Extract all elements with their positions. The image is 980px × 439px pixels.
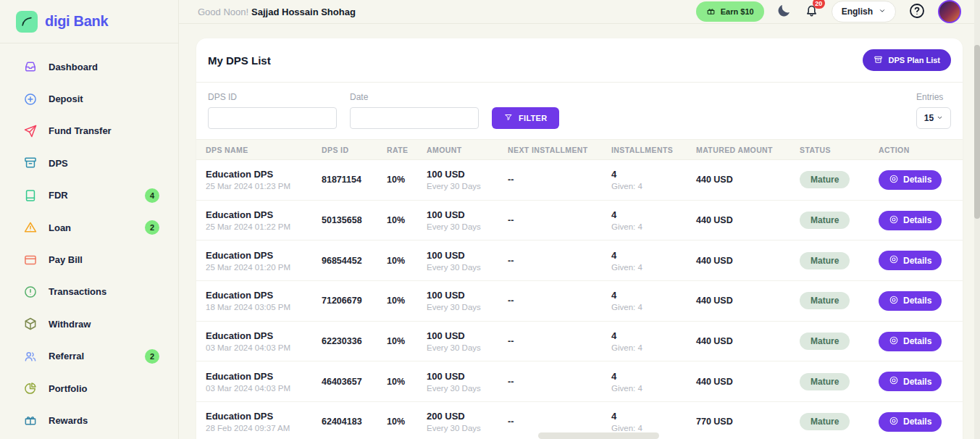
- plus-circle-icon: [23, 92, 38, 106]
- greeting-text: Good Noon!Sajjad Hossain Shohag: [198, 7, 356, 17]
- details-button[interactable]: Details: [879, 211, 942, 230]
- sidebar-item-label: Deposit: [49, 93, 83, 104]
- rate-cell: 10%: [387, 336, 427, 346]
- logo-chart-icon: [16, 11, 38, 33]
- eye-icon: [889, 416, 899, 428]
- dps-id-cell: 50135658: [322, 215, 387, 225]
- dps-plan-list-button[interactable]: DPS Plan List: [863, 49, 951, 71]
- dps-id-cell: 71206679: [322, 296, 387, 306]
- amount-value: 100 USD: [427, 371, 508, 382]
- sidebar-item-withdraw[interactable]: Withdraw: [0, 308, 178, 340]
- sidebar-item-rewards[interactable]: Rewards: [0, 404, 178, 436]
- pie-chart-icon: [23, 381, 38, 396]
- amount-value: 100 USD: [427, 169, 508, 180]
- page-title: My DPS List: [208, 54, 271, 67]
- status-badge: Mature: [800, 212, 850, 229]
- action-cell: Details: [879, 251, 963, 270]
- earn-button[interactable]: Earn $10: [696, 1, 764, 22]
- entries-select[interactable]: 15: [916, 107, 951, 129]
- amount-cell: 100 USD Every 30 Days: [427, 250, 508, 272]
- sidebar-item-dashboard[interactable]: Dashboard: [0, 51, 178, 83]
- status-cell: Mature: [800, 413, 879, 430]
- dps-name-cell: Education DPS 28 Feb 2024 09:37 AM: [206, 411, 322, 432]
- funnel-icon: [504, 113, 513, 123]
- amount-frequency: Every 30 Days: [427, 222, 508, 231]
- sidebar-item-fund-transfer[interactable]: Fund Transfer: [0, 115, 178, 147]
- column-header: DPS NAME: [206, 146, 322, 154]
- status-badge: Mature: [800, 292, 850, 309]
- dark-mode-toggle[interactable]: [776, 3, 792, 20]
- filter-button[interactable]: FILTER: [492, 107, 559, 129]
- dps-id-input[interactable]: [208, 107, 337, 129]
- help-button[interactable]: [908, 2, 926, 22]
- sidebar-item-fdr[interactable]: FDR 4: [0, 180, 178, 212]
- dps-name: Education DPS: [206, 371, 322, 382]
- sidebar-item-pay-bill[interactable]: Pay Bill: [0, 243, 178, 275]
- table-row: Education DPS 25 Mar 2024 01:22 PM 50135…: [196, 201, 963, 241]
- sidebar-item-label: Referral: [49, 351, 84, 361]
- filter-button-label: FILTER: [519, 114, 547, 122]
- details-button[interactable]: Details: [879, 332, 942, 351]
- installments-given: Given: 4: [611, 343, 696, 352]
- eye-icon: [889, 214, 899, 227]
- dps-date: 25 Mar 2024 01:22 PM: [206, 222, 322, 231]
- installments-cell: 4 Given: 4: [611, 371, 696, 393]
- installments-cell: 4 Given: 4: [611, 330, 696, 352]
- installments-given: Given: 4: [611, 263, 696, 272]
- amount-cell: 100 USD Every 30 Days: [427, 169, 508, 191]
- sidebar-item-dps[interactable]: DPS: [0, 147, 178, 179]
- installments-count: 4: [611, 371, 696, 382]
- dps-id-cell: 46403657: [322, 377, 387, 387]
- avatar[interactable]: [938, 0, 961, 23]
- eye-icon: [889, 295, 899, 307]
- amount-value: 100 USD: [427, 209, 508, 220]
- table-body: Education DPS 25 Mar 2024 01:23 PM 81871…: [196, 160, 963, 439]
- next-installment-cell: --: [508, 256, 611, 266]
- action-cell: Details: [879, 170, 963, 190]
- horizontal-scrollbar-thumb[interactable]: [538, 432, 659, 439]
- installments-given: Given: 4: [611, 222, 696, 231]
- moon-icon: [776, 3, 792, 20]
- language-select[interactable]: English: [832, 1, 896, 22]
- dps-name: Education DPS: [206, 411, 322, 422]
- sidebar-item-referral[interactable]: Referral 2: [0, 340, 178, 372]
- sidebar-item-loan[interactable]: Loan 2: [0, 212, 178, 243]
- sidebar-item-label: Fund Transfer: [49, 125, 112, 136]
- sidebar-item-transactions[interactable]: Transactions: [0, 276, 178, 308]
- details-button[interactable]: Details: [879, 170, 942, 190]
- installments-given: Given: 4: [611, 182, 696, 191]
- dps-date: 03 Mar 2024 04:03 PM: [206, 343, 322, 352]
- sidebar-item-deposit[interactable]: Deposit: [0, 83, 178, 114]
- sidebar-item-label: Transactions: [49, 286, 106, 297]
- details-button[interactable]: Details: [879, 412, 942, 432]
- amount-frequency: Every 30 Days: [427, 303, 508, 312]
- dps-name: Education DPS: [206, 250, 322, 261]
- details-button[interactable]: Details: [879, 251, 942, 270]
- rate-cell: 10%: [387, 296, 427, 306]
- notifications-button[interactable]: 20: [804, 3, 819, 20]
- installments-given: Given: 4: [611, 384, 696, 393]
- date-input[interactable]: [350, 107, 479, 129]
- details-button[interactable]: Details: [879, 291, 942, 311]
- brand-logo[interactable]: digi Bank: [0, 0, 178, 43]
- column-header: NEXT INSTALLMENT: [508, 146, 611, 154]
- vertical-scrollbar-thumb[interactable]: [974, 45, 980, 219]
- sidebar-item-portfolio[interactable]: Portfolio: [0, 372, 178, 404]
- details-button[interactable]: Details: [879, 372, 942, 391]
- dps-name: Education DPS: [206, 209, 322, 220]
- dps-id-cell: 96854452: [322, 256, 387, 266]
- question-circle-icon: [908, 2, 926, 22]
- topbar-actions: Earn $10 20 English: [696, 0, 961, 23]
- installments-cell: 4 Given: 4: [611, 169, 696, 191]
- matured-amount-cell: 440 USD: [696, 296, 800, 306]
- dps-date: 25 Mar 2024 01:20 PM: [206, 263, 322, 272]
- dps-name-cell: Education DPS 03 Mar 2024 04:03 PM: [206, 330, 322, 352]
- count-badge: 2: [145, 220, 159, 235]
- plan-list-label: DPS Plan List: [888, 56, 940, 64]
- rate-cell: 10%: [387, 175, 427, 185]
- column-header: INSTALLMENTS: [611, 146, 696, 154]
- installments-count: 4: [611, 290, 696, 301]
- installments-cell: 4 Given: 4: [611, 209, 696, 231]
- exclamation-circle-icon: [23, 285, 38, 299]
- column-header: ACTION: [879, 146, 963, 154]
